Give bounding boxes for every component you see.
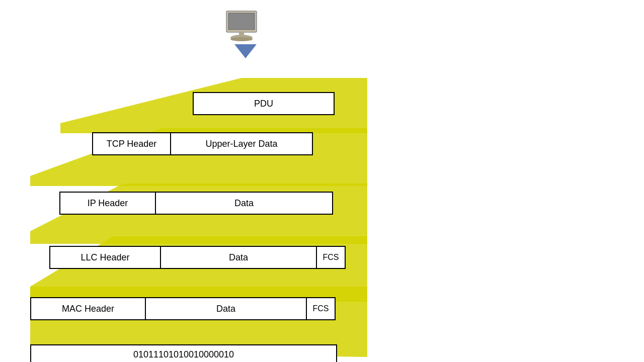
upper-layer-data-cell: PDU xyxy=(194,93,334,114)
computer-icon xyxy=(221,10,262,45)
tcp-row: TCP Header Upper-Layer Data xyxy=(92,132,313,155)
tcp-upper-data-cell: Upper-Layer Data xyxy=(171,133,312,154)
bits-cell: 01011101010010000010 xyxy=(31,345,336,362)
mac-data-cell: Data xyxy=(146,298,307,319)
mac-header-cell: MAC Header xyxy=(31,298,146,319)
svg-rect-1 xyxy=(228,13,255,30)
tcp-header-cell: TCP Header xyxy=(93,133,171,154)
llc-row: LLC Header Data FCS xyxy=(49,246,346,269)
mac-fcs-cell: FCS xyxy=(307,298,335,319)
ip-data-cell: Data xyxy=(156,193,332,214)
upper-layer-row: PDU xyxy=(193,92,335,115)
ip-header-cell: IP Header xyxy=(60,193,156,214)
ip-row: IP Header Data xyxy=(59,192,333,215)
osi-model: PDU Application Presentation Session Tra… xyxy=(372,0,644,362)
llc-data-cell: Data xyxy=(161,247,317,268)
svg-point-4 xyxy=(230,37,253,41)
mac-row: MAC Header Data FCS xyxy=(30,297,336,320)
llc-header-cell: LLC Header xyxy=(50,247,161,268)
bits-row: 01011101010010000010 xyxy=(30,344,337,362)
left-encapsulation: PDU TCP Header Upper-Layer Data IP Heade… xyxy=(0,0,372,362)
llc-fcs-cell: FCS xyxy=(317,247,345,268)
